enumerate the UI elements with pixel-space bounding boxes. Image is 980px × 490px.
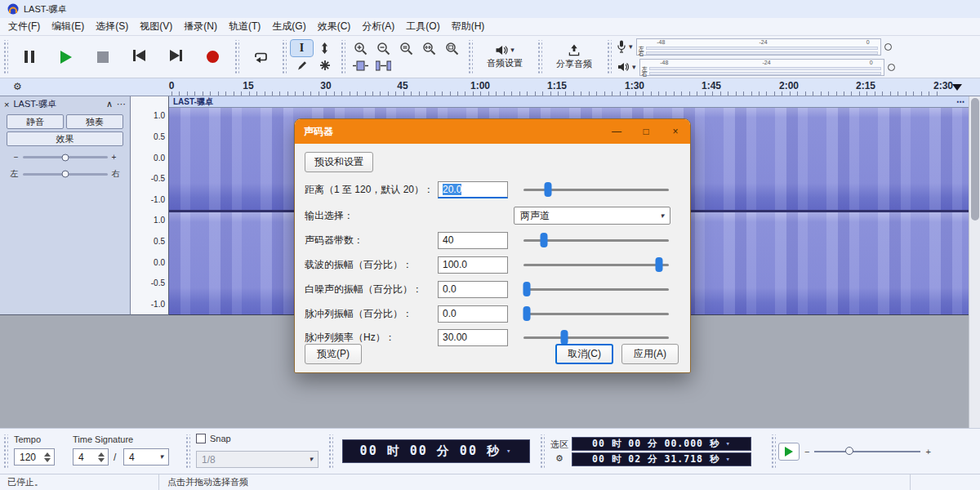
vertical-scrollbar[interactable] [969, 96, 980, 428]
distance-input[interactable]: 20.0 [438, 181, 508, 198]
pulse-amp-slider[interactable] [523, 305, 669, 322]
track-close-icon[interactable]: × [4, 100, 9, 109]
snap-checkbox[interactable] [196, 434, 206, 443]
recording-meter-bars[interactable]: -48 -24 0 左 右 [636, 38, 881, 56]
play-speed-slider[interactable] [814, 443, 920, 460]
snap-grip[interactable] [185, 434, 190, 469]
audio-position-display[interactable]: 00 时 00 分 00 秒 ▾ [342, 439, 530, 463]
vertical-scrollbar-thumb[interactable] [971, 98, 979, 220]
pause-button[interactable] [11, 41, 47, 74]
silence-selection-button[interactable] [372, 57, 394, 74]
share-audio-grip[interactable] [537, 40, 542, 74]
menu-generate[interactable]: 生成(G) [266, 17, 311, 36]
timeline-scroll-arrow[interactable] [952, 84, 962, 91]
loop-toolbar-grip[interactable] [234, 40, 239, 74]
stop-button[interactable] [84, 41, 121, 74]
playback-meter[interactable]: ▾ -48 -24 0 左 右 [617, 58, 895, 77]
noise-amp-input[interactable]: 0.0 [438, 281, 508, 298]
time-signature-grip[interactable] [2, 434, 8, 469]
snap-interval-dropdown[interactable]: 1/8 ▾ [196, 451, 318, 468]
draw-tool-button[interactable] [291, 57, 313, 74]
menu-file[interactable]: 文件(F) [2, 17, 46, 36]
slider-thumb[interactable] [560, 330, 568, 345]
menu-tracks[interactable]: 轨道(T) [223, 17, 266, 36]
pan-slider[interactable] [23, 173, 108, 176]
audio-setup-grip[interactable] [467, 40, 473, 74]
play-at-speed-button[interactable] [778, 443, 800, 461]
timesig-lower-dropdown[interactable]: 4 ▾ [123, 448, 169, 466]
skip-to-start-button[interactable] [121, 41, 158, 74]
selection-tool-button[interactable]: I [291, 40, 313, 56]
noise-amp-slider[interactable] [523, 281, 669, 297]
output-choice-dropdown[interactable]: 两声道 ▾ [514, 207, 670, 225]
dialog-titlebar[interactable]: 声码器 — □ × [295, 119, 690, 144]
track-collapse-icon[interactable]: ∧ [106, 99, 113, 109]
menu-help[interactable]: 帮助(H) [446, 17, 491, 36]
play-speed-thumb[interactable] [845, 447, 853, 455]
pulse-amp-input[interactable]: 0.0 [438, 305, 508, 323]
menu-tools[interactable]: 工具(O) [400, 17, 445, 36]
play-at-speed-grip[interactable] [770, 434, 776, 469]
zoom-in-button[interactable] [350, 40, 372, 56]
slider-thumb[interactable] [545, 182, 552, 197]
time-toolbar-grip[interactable] [327, 434, 333, 469]
presets-settings-button[interactable]: 预设和设置 [305, 152, 373, 172]
track-title[interactable]: LAST-骡卓 [13, 98, 56, 110]
menu-analyze[interactable]: 分析(A) [356, 17, 400, 36]
slider-thumb[interactable] [523, 306, 530, 321]
zoom-out-button[interactable] [372, 40, 394, 56]
selection-toolbar-grip[interactable] [539, 434, 545, 469]
recording-level-knob[interactable] [884, 43, 892, 51]
trim-outside-selection-button[interactable] [350, 57, 372, 74]
carrier-amp-slider[interactable] [523, 256, 669, 273]
timeline-ruler[interactable]: ⚙ 0 15 30 45 1:00 1:15 1:30 1:45 2:00 2:… [0, 78, 980, 96]
solo-button[interactable]: 独奏 [66, 114, 123, 129]
menu-effect[interactable]: 效果(C) [312, 17, 357, 36]
dialog-minimize-button[interactable]: — [602, 119, 631, 144]
tools-toolbar-grip[interactable] [281, 40, 287, 74]
playback-level-knob[interactable] [888, 64, 895, 71]
bands-input[interactable]: 40 [438, 232, 508, 249]
gain-slider[interactable] [23, 156, 108, 158]
apply-button[interactable]: 应用(A) [621, 344, 679, 364]
spin-arrows[interactable] [96, 452, 106, 462]
menu-transport[interactable]: 播录(N) [178, 17, 223, 36]
share-audio-button[interactable]: 分享音频 [545, 39, 604, 75]
play-button[interactable] [47, 41, 84, 74]
selection-gear-icon[interactable]: ⚙ [555, 453, 564, 464]
cancel-button[interactable]: 取消(C) [555, 344, 613, 364]
carrier-amp-input[interactable]: 100.0 [438, 256, 508, 274]
gain-slider-thumb[interactable] [61, 154, 69, 161]
fit-project-button[interactable] [441, 40, 463, 56]
record-button[interactable] [194, 41, 231, 74]
selection-end-display[interactable]: 00 时 02 分 31.718 秒 ▾ [572, 452, 751, 466]
meter-toolbar-grip[interactable] [606, 40, 612, 74]
tempo-spinner[interactable]: 120 [14, 448, 55, 466]
slider-thumb[interactable] [655, 257, 662, 272]
audio-settings-button[interactable]: ▾ 音频设置 [475, 39, 534, 75]
menu-view[interactable]: 视图(V) [134, 17, 178, 36]
dialog-maximize-button[interactable]: □ [631, 119, 661, 144]
effects-button[interactable]: 效果 [7, 131, 123, 146]
pulse-freq-slider[interactable] [523, 329, 669, 345]
menu-edit[interactable]: 编辑(E) [46, 17, 90, 36]
spin-arrows[interactable] [42, 452, 52, 462]
pan-slider-thumb[interactable] [61, 171, 69, 178]
track-control-panel[interactable]: × LAST-骡卓 ∧ ⋯ 静音 独奏 效果 − + 左 右 [0, 96, 131, 315]
recording-meter[interactable]: ▾ -48 -24 0 左 右 [617, 38, 895, 56]
envelope-tool-button[interactable] [314, 40, 336, 56]
slider-thumb[interactable] [523, 282, 530, 296]
track-menu-icon[interactable]: ⋯ [117, 99, 126, 109]
distance-slider[interactable] [523, 181, 669, 198]
bands-slider[interactable] [523, 232, 669, 248]
dialog-close-button[interactable]: × [661, 119, 690, 144]
zoom-toggle-button[interactable] [418, 40, 440, 56]
clip-menu-icon[interactable]: ⋯ [956, 97, 964, 106]
snap-checkbox-row[interactable]: Snap [196, 434, 231, 443]
zoom-selection-button[interactable] [395, 40, 417, 56]
selection-start-display[interactable]: 00 时 00 分 00.000 秒 ▾ [572, 437, 751, 451]
multi-tool-button[interactable] [314, 57, 336, 74]
timeline-options-gear-icon[interactable]: ⚙ [13, 81, 22, 92]
playback-meter-bars[interactable]: -48 -24 0 左 右 [639, 59, 884, 76]
timesig-upper-spinner[interactable]: 4 [73, 448, 109, 466]
